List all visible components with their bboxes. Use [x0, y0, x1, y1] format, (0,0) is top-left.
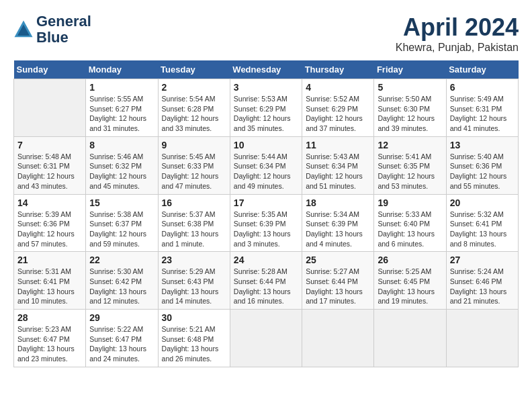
day-number: 29 [89, 312, 154, 323]
calendar-day-cell: 13Sunrise: 5:40 AMSunset: 6:36 PMDayligh… [446, 136, 518, 194]
calendar-day-cell: 28Sunrise: 5:23 AMSunset: 6:47 PMDayligh… [14, 310, 86, 367]
logo-line2: Blue [36, 30, 91, 46]
calendar-day-cell: 25Sunrise: 5:27 AMSunset: 6:44 PMDayligh… [302, 252, 374, 310]
day-number: 26 [378, 255, 442, 265]
day-info: Sunrise: 5:40 AMSunset: 6:36 PMDaylight:… [450, 152, 515, 191]
day-info: Sunrise: 5:35 AMSunset: 6:39 PMDaylight:… [234, 210, 298, 249]
day-number: 5 [378, 82, 442, 93]
day-number: 4 [306, 82, 370, 93]
day-number: 21 [17, 255, 82, 265]
calendar-day-cell: 9Sunrise: 5:45 AMSunset: 6:33 PMDaylight… [158, 136, 230, 194]
day-info: Sunrise: 5:24 AMSunset: 6:46 PMDaylight:… [450, 267, 515, 306]
day-info: Sunrise: 5:45 AMSunset: 6:33 PMDaylight:… [162, 152, 226, 191]
calendar-day-cell: 29Sunrise: 5:22 AMSunset: 6:47 PMDayligh… [86, 310, 158, 367]
calendar-day-cell: 2Sunrise: 5:54 AMSunset: 6:28 PMDaylight… [158, 79, 230, 137]
day-info: Sunrise: 5:55 AMSunset: 6:27 PMDaylight:… [89, 94, 154, 134]
calendar-body: 1Sunrise: 5:55 AMSunset: 6:27 PMDaylight… [14, 79, 519, 367]
calendar-week-row: 21Sunrise: 5:31 AMSunset: 6:41 PMDayligh… [14, 252, 519, 310]
day-info: Sunrise: 5:50 AMSunset: 6:30 PMDaylight:… [378, 94, 442, 134]
day-number: 1 [89, 82, 154, 93]
calendar-day-cell [374, 310, 446, 367]
calendar-day-cell: 18Sunrise: 5:34 AMSunset: 6:39 PMDayligh… [302, 194, 374, 252]
day-number: 25 [306, 255, 370, 265]
day-number: 3 [234, 82, 298, 93]
day-number: 23 [162, 255, 226, 265]
day-info: Sunrise: 5:22 AMSunset: 6:47 PMDaylight:… [89, 324, 154, 364]
calendar-day-cell: 23Sunrise: 5:29 AMSunset: 6:43 PMDayligh… [158, 252, 230, 310]
calendar-header-cell: Wednesday [230, 60, 302, 79]
calendar-day-cell: 17Sunrise: 5:35 AMSunset: 6:39 PMDayligh… [230, 194, 302, 252]
day-info: Sunrise: 5:31 AMSunset: 6:41 PMDaylight:… [17, 267, 82, 306]
day-info: Sunrise: 5:48 AMSunset: 6:31 PMDaylight:… [17, 152, 82, 191]
day-number: 8 [89, 140, 154, 150]
day-info: Sunrise: 5:25 AMSunset: 6:45 PMDaylight:… [378, 267, 442, 306]
day-number: 9 [162, 140, 226, 150]
calendar-day-cell [446, 310, 518, 367]
title-area: April 2024 Khewra, Punjab, Pakistan [396, 13, 519, 54]
day-info: Sunrise: 5:23 AMSunset: 6:47 PMDaylight:… [17, 324, 82, 364]
calendar-week-row: 1Sunrise: 5:55 AMSunset: 6:27 PMDaylight… [14, 79, 519, 137]
calendar-day-cell [302, 310, 374, 367]
calendar-day-cell [230, 310, 302, 367]
calendar-day-cell: 6Sunrise: 5:49 AMSunset: 6:31 PMDaylight… [446, 79, 518, 137]
day-number: 14 [17, 197, 82, 208]
calendar-day-cell: 15Sunrise: 5:38 AMSunset: 6:37 PMDayligh… [86, 194, 158, 252]
day-info: Sunrise: 5:43 AMSunset: 6:34 PMDaylight:… [306, 152, 370, 191]
main-title: April 2024 [396, 13, 519, 42]
calendar-day-cell: 24Sunrise: 5:28 AMSunset: 6:44 PMDayligh… [230, 252, 302, 310]
calendar-day-cell: 7Sunrise: 5:48 AMSunset: 6:31 PMDaylight… [14, 136, 86, 194]
calendar-day-cell: 4Sunrise: 5:52 AMSunset: 6:29 PMDaylight… [302, 79, 374, 137]
day-info: Sunrise: 5:41 AMSunset: 6:35 PMDaylight:… [378, 152, 442, 191]
day-number: 13 [450, 140, 515, 150]
day-number: 19 [378, 197, 442, 208]
calendar-day-cell: 8Sunrise: 5:46 AMSunset: 6:32 PMDaylight… [86, 136, 158, 194]
day-info: Sunrise: 5:33 AMSunset: 6:40 PMDaylight:… [378, 210, 442, 249]
day-info: Sunrise: 5:49 AMSunset: 6:31 PMDaylight:… [450, 94, 515, 134]
calendar-day-cell: 16Sunrise: 5:37 AMSunset: 6:38 PMDayligh… [158, 194, 230, 252]
calendar-header-row: SundayMondayTuesdayWednesdayThursdayFrid… [14, 60, 519, 79]
logo-line1: General [36, 13, 91, 30]
day-number: 28 [17, 312, 82, 323]
day-info: Sunrise: 5:37 AMSunset: 6:38 PMDaylight:… [162, 210, 226, 249]
day-number: 10 [234, 140, 298, 150]
day-number: 6 [450, 82, 515, 93]
calendar-day-cell: 3Sunrise: 5:53 AMSunset: 6:29 PMDaylight… [230, 79, 302, 137]
day-number: 18 [306, 197, 370, 208]
day-info: Sunrise: 5:30 AMSunset: 6:42 PMDaylight:… [89, 267, 154, 306]
day-number: 17 [234, 197, 298, 208]
calendar-header-cell: Monday [86, 60, 158, 79]
calendar-day-cell: 11Sunrise: 5:43 AMSunset: 6:34 PMDayligh… [302, 136, 374, 194]
day-info: Sunrise: 5:44 AMSunset: 6:34 PMDaylight:… [234, 152, 298, 191]
day-info: Sunrise: 5:29 AMSunset: 6:43 PMDaylight:… [162, 267, 226, 306]
calendar-week-row: 14Sunrise: 5:39 AMSunset: 6:36 PMDayligh… [14, 194, 519, 252]
calendar-week-row: 28Sunrise: 5:23 AMSunset: 6:47 PMDayligh… [14, 310, 519, 367]
day-number: 7 [17, 140, 82, 150]
calendar-day-cell: 30Sunrise: 5:21 AMSunset: 6:48 PMDayligh… [158, 310, 230, 367]
calendar-table: SundayMondayTuesdayWednesdayThursdayFrid… [13, 60, 519, 367]
day-number: 2 [162, 82, 226, 93]
calendar-header-cell: Friday [374, 60, 446, 79]
calendar-day-cell: 14Sunrise: 5:39 AMSunset: 6:36 PMDayligh… [14, 194, 86, 252]
day-number: 16 [162, 197, 226, 208]
calendar-day-cell: 19Sunrise: 5:33 AMSunset: 6:40 PMDayligh… [374, 194, 446, 252]
calendar-day-cell: 5Sunrise: 5:50 AMSunset: 6:30 PMDaylight… [374, 79, 446, 137]
calendar-week-row: 7Sunrise: 5:48 AMSunset: 6:31 PMDaylight… [14, 136, 519, 194]
day-info: Sunrise: 5:21 AMSunset: 6:48 PMDaylight:… [162, 324, 226, 364]
calendar-day-cell: 27Sunrise: 5:24 AMSunset: 6:46 PMDayligh… [446, 252, 518, 310]
calendar-header-cell: Tuesday [158, 60, 230, 79]
day-info: Sunrise: 5:27 AMSunset: 6:44 PMDaylight:… [306, 267, 370, 306]
calendar-day-cell: 26Sunrise: 5:25 AMSunset: 6:45 PMDayligh… [374, 252, 446, 310]
calendar-day-cell: 21Sunrise: 5:31 AMSunset: 6:41 PMDayligh… [14, 252, 86, 310]
logo-icon [13, 19, 34, 40]
day-number: 15 [89, 197, 154, 208]
day-info: Sunrise: 5:53 AMSunset: 6:29 PMDaylight:… [234, 94, 298, 134]
day-number: 22 [89, 255, 154, 265]
calendar-header-cell: Saturday [446, 60, 518, 79]
logo: General Blue [13, 13, 91, 46]
day-info: Sunrise: 5:28 AMSunset: 6:44 PMDaylight:… [234, 267, 298, 306]
calendar-day-cell: 22Sunrise: 5:30 AMSunset: 6:42 PMDayligh… [86, 252, 158, 310]
calendar-header-cell: Thursday [302, 60, 374, 79]
day-number: 12 [378, 140, 442, 150]
day-info: Sunrise: 5:54 AMSunset: 6:28 PMDaylight:… [162, 94, 226, 134]
day-info: Sunrise: 5:39 AMSunset: 6:36 PMDaylight:… [17, 210, 82, 249]
